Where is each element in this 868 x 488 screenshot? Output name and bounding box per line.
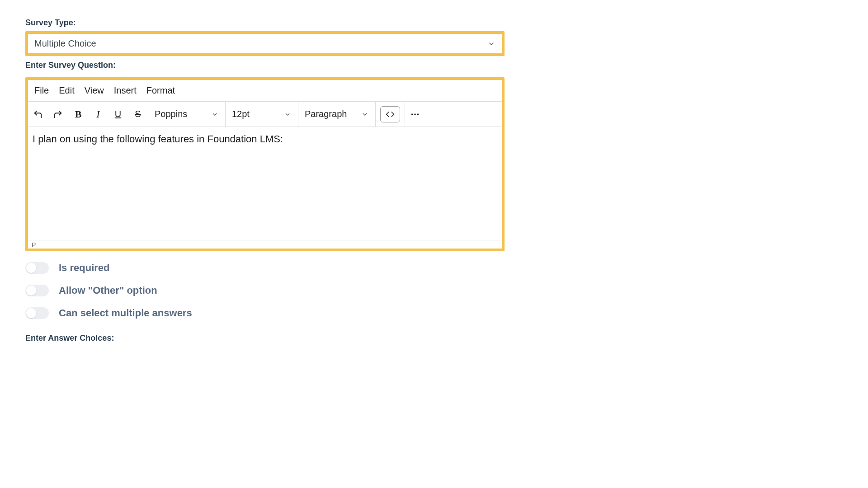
font-size-value: 12pt — [232, 109, 250, 119]
more-button[interactable] — [405, 104, 425, 124]
chevron-down-icon — [283, 110, 292, 118]
font-family-select[interactable]: Poppins — [148, 102, 225, 127]
svg-point-2 — [417, 113, 419, 115]
is-required-toggle[interactable] — [25, 262, 49, 274]
block-format-value: Paragraph — [305, 109, 347, 119]
editor-menubar: File Edit View Insert Format — [28, 80, 502, 102]
undo-button[interactable] — [28, 104, 48, 124]
survey-type-select-highlight: Multiple Choice — [25, 31, 505, 56]
survey-type-select[interactable]: Multiple Choice — [28, 34, 502, 53]
source-code-button[interactable] — [380, 106, 400, 122]
menu-edit[interactable]: Edit — [59, 85, 74, 96]
survey-type-label: Survey Type: — [25, 18, 505, 28]
font-size-select[interactable]: 12pt — [226, 102, 298, 127]
is-required-label: Is required — [59, 262, 109, 274]
redo-button[interactable] — [48, 104, 68, 124]
select-multiple-toggle[interactable] — [25, 307, 49, 319]
menu-file[interactable]: File — [34, 85, 49, 96]
menu-format[interactable]: Format — [146, 85, 175, 96]
editor-content-area[interactable]: I plan on using the following features i… — [28, 127, 502, 240]
svg-point-0 — [411, 113, 413, 115]
svg-point-1 — [414, 113, 416, 115]
allow-other-toggle[interactable] — [25, 285, 49, 296]
survey-type-value: Multiple Choice — [34, 38, 96, 49]
allow-other-label: Allow "Other" option — [59, 285, 157, 296]
menu-insert[interactable]: Insert — [114, 85, 137, 96]
editor-toolbar: B I U S Poppins 12pt Paragraph — [28, 102, 502, 127]
strikethrough-button[interactable]: S — [128, 104, 148, 124]
select-multiple-label: Can select multiple answers — [59, 307, 192, 319]
underline-button[interactable]: U — [108, 104, 128, 124]
font-family-value: Poppins — [155, 109, 187, 119]
italic-button[interactable]: I — [88, 104, 108, 124]
bold-button[interactable]: B — [68, 104, 88, 124]
chevron-down-icon — [361, 110, 369, 118]
chevron-down-icon — [211, 110, 219, 118]
editor-element-path: P — [28, 240, 502, 249]
enter-answers-label: Enter Answer Choices: — [25, 333, 505, 343]
rich-text-editor-highlight: File Edit View Insert Format B I U S — [25, 77, 505, 251]
menu-view[interactable]: View — [85, 85, 104, 96]
enter-question-label: Enter Survey Question: — [25, 61, 505, 70]
block-format-select[interactable]: Paragraph — [298, 102, 375, 127]
chevron-down-icon — [487, 40, 495, 48]
